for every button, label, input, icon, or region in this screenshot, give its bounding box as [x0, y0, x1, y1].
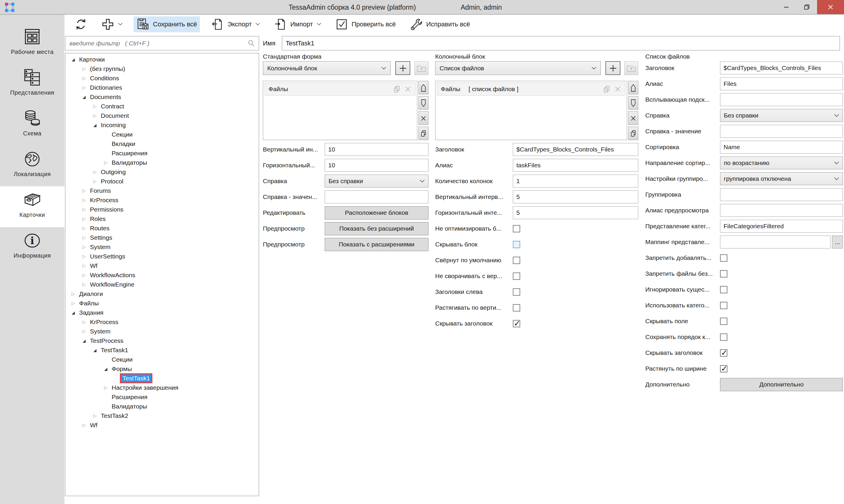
block-type-select[interactable]: Колоночный блок: [263, 61, 391, 75]
collapsed-arrow-icon[interactable]: ▷: [69, 299, 78, 308]
tree-item[interactable]: ▷Валидаторы: [65, 158, 259, 167]
tree-item[interactable]: ▷Диалоги: [65, 289, 259, 299]
expanded-arrow-icon[interactable]: ◢: [80, 336, 89, 345]
tree-item[interactable]: ▷WorkflowEngine: [65, 280, 259, 289]
export-button[interactable]: Экспорт: [208, 16, 263, 32]
sidebar-item-localization[interactable]: Локализация: [0, 146, 65, 186]
move-down-button[interactable]: [418, 96, 428, 110]
collapsed-arrow-icon[interactable]: ▷: [80, 252, 89, 261]
field-input[interactable]: [720, 188, 843, 201]
name-input[interactable]: [282, 36, 840, 50]
field-checkbox[interactable]: [720, 334, 728, 341]
sidebar-item-workplaces[interactable]: Рабочие места: [0, 23, 65, 64]
move-up-button[interactable]: [418, 81, 428, 94]
collapsed-arrow-icon[interactable]: ▷: [102, 158, 110, 167]
collapsed-arrow-icon[interactable]: ▷: [69, 289, 78, 299]
field-input[interactable]: [513, 206, 638, 219]
field-checkbox[interactable]: [720, 318, 728, 325]
field-input[interactable]: [720, 236, 830, 249]
move-down-button[interactable]: [628, 96, 638, 110]
collapsed-arrow-icon[interactable]: ▷: [80, 214, 89, 223]
tree-item[interactable]: ◢Documents: [65, 92, 259, 102]
field-input[interactable]: [720, 141, 843, 154]
collapsed-arrow-icon[interactable]: ▷: [91, 167, 100, 177]
field-checkbox[interactable]: [513, 257, 520, 264]
collapsed-arrow-icon[interactable]: ▷: [80, 270, 89, 280]
field-input[interactable]: [325, 191, 428, 203]
collapsed-arrow-icon[interactable]: ▷: [80, 205, 89, 214]
restore-button[interactable]: [796, 0, 817, 14]
collapsed-arrow-icon[interactable]: ▷: [80, 280, 89, 289]
tree-item-selected[interactable]: TestTask1: [65, 374, 259, 383]
expanded-arrow-icon[interactable]: ◢: [69, 308, 78, 317]
sidebar-item-info[interactable]: iИнформация: [0, 227, 65, 268]
tree-item[interactable]: ▷Forums: [65, 186, 259, 195]
sidebar-item-cards[interactable]: Карточки: [0, 186, 65, 227]
save-all-button[interactable]: Сохранить всё: [133, 16, 200, 32]
field-checkbox[interactable]: [513, 320, 520, 327]
tree-item[interactable]: ◢TestTask1: [65, 345, 259, 355]
add-control-button[interactable]: [606, 61, 621, 75]
field-input[interactable]: [720, 77, 843, 90]
collapsed-arrow-icon[interactable]: ▷: [91, 411, 100, 420]
field-checkbox[interactable]: [720, 254, 728, 262]
field-input[interactable]: [513, 175, 638, 187]
field-input[interactable]: [720, 93, 843, 106]
add-block-button[interactable]: [395, 61, 410, 75]
field-checkbox[interactable]: [720, 365, 728, 373]
tree-item[interactable]: ▷TestTask2: [65, 411, 259, 420]
field-input[interactable]: [720, 61, 843, 74]
tree-item[interactable]: Валидаторы: [65, 402, 259, 411]
field-checkbox[interactable]: [513, 225, 520, 232]
add-button[interactable]: [98, 16, 125, 32]
collapsed-arrow-icon[interactable]: ▷: [102, 383, 110, 392]
expanded-arrow-icon[interactable]: ◢: [91, 121, 100, 130]
field-checkbox[interactable]: [720, 270, 728, 277]
tree-item[interactable]: ▷Conditions: [65, 74, 259, 83]
tree-item[interactable]: ▷System: [65, 327, 259, 336]
import-button[interactable]: Импорт: [271, 16, 324, 32]
collapsed-arrow-icon[interactable]: ▷: [80, 223, 89, 233]
tree-item[interactable]: ▷Permissions: [65, 205, 259, 214]
field-button[interactable]: Дополнительно: [720, 378, 843, 391]
expanded-arrow-icon[interactable]: ◢: [102, 364, 110, 374]
tree-item[interactable]: ▷System: [65, 242, 259, 252]
field-input[interactable]: [720, 125, 843, 138]
sidebar-item-schema[interactable]: Схема: [0, 105, 65, 146]
expanded-arrow-icon[interactable]: ◢: [80, 92, 89, 102]
tree-item[interactable]: Секции: [65, 355, 259, 364]
field-input[interactable]: [513, 191, 638, 203]
tree-item[interactable]: ◢TestProcess: [65, 336, 259, 345]
collapsed-arrow-icon[interactable]: ▷: [80, 186, 89, 195]
delete-button[interactable]: [418, 111, 428, 125]
tree-item[interactable]: ◢Формы: [65, 364, 259, 374]
close-button[interactable]: [817, 0, 844, 14]
tree-item[interactable]: ▷Файлы: [65, 299, 259, 308]
copy-button[interactable]: [628, 127, 638, 140]
field-select[interactable]: по возрастанию: [720, 157, 843, 169]
field-input[interactable]: [720, 204, 843, 217]
refresh-button[interactable]: [72, 16, 90, 32]
collapsed-arrow-icon[interactable]: ▷: [80, 261, 89, 270]
tree-item[interactable]: ▷Routes: [65, 223, 259, 233]
tree-item[interactable]: ▷Dictionaries: [65, 83, 259, 92]
tree-item[interactable]: ▷Contract: [65, 102, 259, 111]
tree-item[interactable]: ▷UserSettings: [65, 252, 259, 261]
field-button[interactable]: Расположение блоков: [325, 206, 428, 219]
expanded-arrow-icon[interactable]: ◢: [69, 55, 78, 64]
field-button[interactable]: Показать без расширений: [325, 222, 428, 235]
collapsed-arrow-icon[interactable]: ▷: [91, 111, 100, 121]
field-input[interactable]: [513, 143, 638, 156]
field-input[interactable]: [513, 159, 638, 172]
tree-item[interactable]: ▷(без группы): [65, 64, 259, 74]
tree-item[interactable]: ▷Settings: [65, 233, 259, 242]
collapsed-arrow-icon[interactable]: ▷: [91, 177, 100, 186]
tree-item[interactable]: ▷WorkflowActions: [65, 270, 259, 280]
field-input[interactable]: [325, 159, 428, 172]
field-checkbox[interactable]: [720, 302, 728, 309]
field-input[interactable]: [720, 220, 843, 233]
collapsed-arrow-icon[interactable]: ▷: [91, 102, 100, 111]
tree-item[interactable]: ▷Wf: [65, 261, 259, 270]
tree-item[interactable]: ◢Задания: [65, 308, 259, 317]
control-type-select[interactable]: Список файлов: [435, 61, 601, 75]
